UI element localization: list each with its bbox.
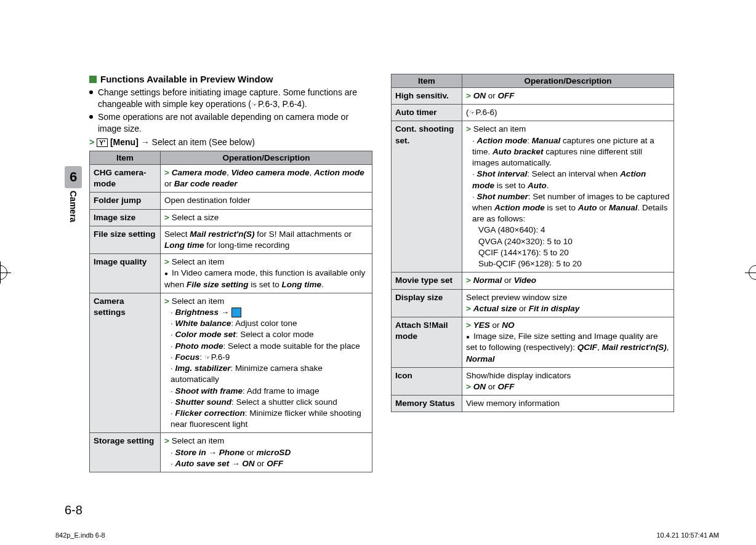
- row-op: ON or OFF: [462, 88, 674, 105]
- registration-mark-left: [0, 261, 11, 284]
- menu-label: [Menu]: [110, 137, 139, 147]
- menu-step-text: Select an item (See below): [152, 137, 255, 147]
- row-op: Show/hide display indicators ON or OFF: [462, 367, 674, 395]
- registration-mark-right: [745, 261, 756, 284]
- footer-filename: 842p_E.indb 6-8: [55, 531, 105, 539]
- page-number: 6-8: [65, 503, 82, 517]
- row-item: Display size: [392, 289, 462, 317]
- section-heading: Functions Available in Preview Window: [89, 74, 372, 84]
- row-item: CHG camera-mode: [90, 164, 161, 192]
- table-row: Icon Show/hide display indicators ON or …: [392, 367, 674, 395]
- operations-table-left: Item Operation/Description CHG camera-mo…: [89, 151, 372, 472]
- footer-timestamp: 10.4.21 10:57:41 AM: [656, 531, 719, 539]
- row-op: Camera mode, Video camera mode, Action m…: [161, 164, 372, 192]
- th-item: Item: [392, 74, 462, 88]
- row-op: Select an item Brightness White balance:…: [161, 293, 372, 433]
- table-row: Display size Select preview window size …: [392, 289, 674, 317]
- row-op: Select a size: [161, 209, 372, 226]
- row-op: Select Mail restrict'n(S) for S! Mail at…: [161, 226, 372, 253]
- th-op: Operation/Description: [161, 151, 372, 164]
- table-row: File size setting Select Mail restrict'n…: [90, 226, 372, 253]
- table-row: High sensitiv. ON or OFF: [392, 88, 674, 105]
- row-item: Auto timer: [392, 105, 462, 121]
- section-title: Functions Available in Preview Window: [100, 74, 273, 84]
- intro-text: Some operations are not available depend…: [98, 111, 372, 135]
- table-row: Folder jump Open destination folder: [90, 193, 372, 209]
- table-row: Auto timer (P.6-6): [392, 105, 674, 121]
- row-item: Camera settings: [90, 293, 161, 433]
- table-row: CHG camera-mode Camera mode, Video camer…: [90, 164, 372, 192]
- row-op: Normal or Video: [462, 272, 674, 289]
- table-row: Image size Select a size: [90, 209, 372, 226]
- row-op: Open destination folder: [161, 193, 372, 209]
- intro-text: Change settings before initiating image …: [98, 87, 372, 110]
- intro-bullet: Some operations are not available depend…: [89, 111, 372, 135]
- menu-step: Y' [Menu] Select an item (See below): [89, 137, 372, 147]
- row-item: Memory Status: [392, 396, 462, 412]
- left-column: Functions Available in Preview Window Ch…: [89, 49, 372, 472]
- th-op: Operation/Description: [462, 74, 674, 88]
- ref-icon: [204, 352, 211, 362]
- softkey-icon: Y': [97, 138, 108, 147]
- row-op: YES or NO Image size, File size setting …: [462, 317, 674, 367]
- brightness-icon: [231, 308, 241, 317]
- row-item: Storage setting: [90, 433, 161, 472]
- row-item: Image quality: [90, 254, 161, 293]
- bullet-icon: [89, 90, 93, 94]
- row-op: Select an item Action mode: Manual captu…: [462, 121, 674, 272]
- table-row: Attach S!Mail mode YES or NO Image size,…: [392, 317, 674, 367]
- operations-table-right: Item Operation/Description High sensitiv…: [391, 74, 674, 412]
- table-row: Cont. shooting set. Select an item Actio…: [392, 121, 674, 272]
- row-item: Movie type set: [392, 272, 462, 289]
- ref-icon: [251, 99, 258, 109]
- row-op: Select an item Store inPhone or microSD …: [161, 433, 372, 472]
- row-item: Attach S!Mail mode: [392, 317, 462, 367]
- bullet-icon: [89, 115, 93, 119]
- row-item: Folder jump: [90, 193, 161, 209]
- right-column: Item Operation/Description High sensitiv…: [391, 49, 674, 472]
- intro-bullet: Change settings before initiating image …: [89, 87, 372, 110]
- table-row: Movie type set Normal or Video: [392, 272, 674, 289]
- th-item: Item: [90, 151, 161, 164]
- row-item: High sensitiv.: [392, 88, 462, 105]
- ref-icon: [469, 108, 476, 117]
- row-item: Cont. shooting set.: [392, 121, 462, 272]
- row-op: View memory information: [462, 396, 674, 412]
- row-op: Select preview window size Actual size o…: [462, 289, 674, 317]
- row-op: (P.6-6): [462, 105, 674, 121]
- table-row: Image quality Select an item In Video ca…: [90, 254, 372, 293]
- row-item: File size setting: [90, 226, 161, 253]
- row-op: Select an item In Video camera mode, thi…: [161, 254, 372, 293]
- heading-marker-icon: [89, 76, 97, 83]
- row-item: Image size: [90, 209, 161, 226]
- row-item: Icon: [392, 367, 462, 395]
- table-row: Camera settings Select an item Brightnes…: [90, 293, 372, 433]
- table-row: Memory Status View memory information: [392, 396, 674, 412]
- table-row: Storage setting Select an item Store inP…: [90, 433, 372, 472]
